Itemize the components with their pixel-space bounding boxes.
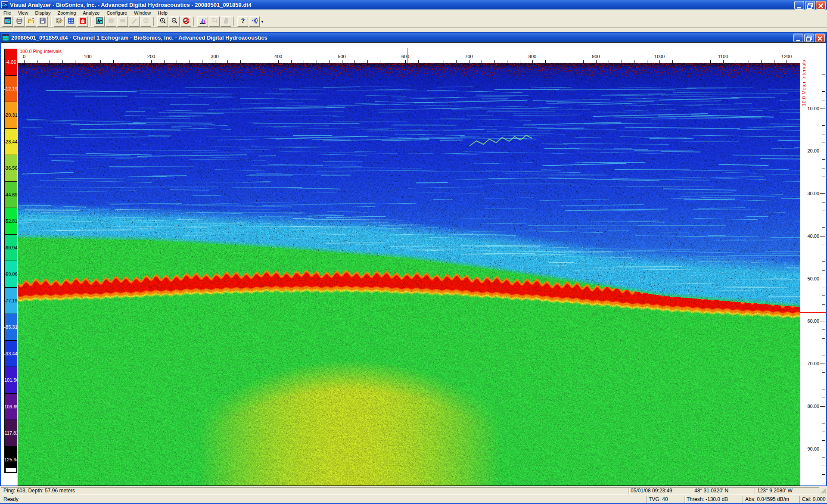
analysis-chart-button[interactable] (197, 16, 208, 27)
echogram-window-title: 20080501_091859.dt4 - Channel 1 Echogram… (11, 34, 267, 41)
svg-text:?: ? (241, 17, 245, 24)
datetime-readout: 05/01/08 09:23:49 (628, 487, 693, 495)
open-file-icon (28, 17, 34, 26)
report-icon (223, 17, 230, 26)
depth-tick (822, 91, 825, 92)
depth-tick (822, 440, 825, 441)
depth-tick (822, 381, 825, 381)
erase-icon (143, 17, 149, 26)
depth-tick (822, 347, 825, 347)
close-button[interactable] (816, 1, 826, 9)
edit-annotate-button[interactable] (54, 16, 65, 27)
minimize-button[interactable] (794, 1, 804, 9)
child-restore-button[interactable] (804, 34, 814, 42)
resize-grip[interactable] (821, 488, 827, 494)
echogram-file-button[interactable] (2, 16, 13, 27)
status-message: Ready (1, 496, 647, 503)
color-scale-bin: -12.19 (4, 75, 17, 103)
save-button[interactable] (37, 16, 48, 27)
restore-button[interactable] (805, 1, 815, 9)
sonar-ping-dropdown[interactable]: ▼ (261, 20, 264, 24)
menu-item-window[interactable]: Window (131, 10, 154, 16)
depth-tick-label: 30.00 (807, 191, 819, 196)
analysis-chart-icon (199, 17, 206, 26)
menu-item-file[interactable]: File (0, 10, 15, 16)
color-scale-bin: -77.19 (4, 287, 17, 314)
help-icon: ? (239, 17, 246, 26)
ping-position-marker[interactable] (407, 48, 407, 63)
color-scale-bin: -85.31 (4, 314, 17, 341)
depth-tick (822, 219, 825, 219)
zoom-reset-button[interactable] (180, 16, 191, 27)
ping-tick-label: 800 (529, 54, 536, 59)
menu-item-zooming[interactable]: Zooming (54, 10, 79, 16)
grid-icon (68, 17, 75, 26)
toolbar-separator (50, 17, 52, 26)
toolbar: ?▼ (0, 16, 827, 28)
export-list-button (209, 16, 220, 27)
depth-tick (822, 100, 825, 100)
color-scale-bin: -93.44 (4, 340, 17, 367)
depth-tick (820, 364, 825, 364)
color-scale-bin: -117.81 (4, 420, 17, 447)
color-scale-bin: -28.44 (4, 128, 17, 156)
calibration-readout: Cal: 0.000 dB (799, 496, 827, 503)
print-icon (16, 17, 23, 26)
menu-item-configure[interactable]: Configure (103, 10, 131, 16)
color-scale-bin: -36.56 (4, 155, 17, 182)
report-button (221, 16, 231, 27)
depth-tick (822, 398, 825, 398)
child-close-button[interactable] (815, 34, 825, 42)
depth-axis-caption: 10.0 Meter Intervals (801, 60, 806, 106)
depth-tick-label: 20.00 (807, 148, 819, 153)
color-scale-bin: -20.31 (4, 102, 17, 129)
depth-position-marker[interactable] (800, 312, 826, 313)
grid-button[interactable] (65, 16, 76, 27)
sonar-ping-button[interactable] (249, 16, 260, 27)
color-scale-bin: -109.69 (4, 393, 17, 420)
zoom-out-button[interactable] (169, 16, 180, 27)
menu-item-help[interactable]: Help (154, 10, 171, 16)
draw-line-icon (131, 17, 138, 26)
longitude-readout: 123° 9.2080' W (755, 487, 819, 495)
child-minimize-button[interactable] (793, 34, 803, 42)
depth-tick-label: 80.00 (807, 404, 819, 409)
color-scale-bin: -69.06 (4, 261, 17, 288)
depth-tick (820, 109, 825, 109)
depth-tick (822, 474, 825, 475)
depth-tick (822, 389, 825, 389)
open-file-button[interactable] (25, 16, 36, 27)
echogram-canvas[interactable] (18, 63, 800, 485)
depth-tick (822, 457, 825, 457)
depth-tick (822, 143, 825, 143)
ping-tick-label: 300 (211, 54, 218, 59)
menu-item-display[interactable]: Display (31, 10, 54, 16)
print-button[interactable] (14, 16, 25, 27)
ping-tick-label: 400 (274, 54, 282, 59)
select-oval-button (117, 16, 128, 27)
ping-tick-label: 1000 (654, 54, 665, 59)
help-button[interactable]: ? (237, 16, 248, 27)
absorption-readout: Abs: 0.04595 dB/m (743, 496, 801, 503)
depth-tick (822, 185, 825, 185)
select-rect-icon (108, 17, 115, 26)
echogram-plot[interactable] (18, 63, 800, 486)
menu-item-analyze[interactable]: Analyze (79, 10, 103, 16)
depth-tick (822, 261, 825, 262)
erase-button (140, 16, 151, 27)
echogram-statusbar: Ping: 603, Depth: 57.96 meters 05/01/08 … (0, 486, 827, 495)
zoom-in-button[interactable] (157, 16, 168, 27)
edit-annotate-icon (56, 17, 63, 26)
waveform-view-button[interactable] (94, 16, 105, 27)
pan-hand-button[interactable] (77, 16, 88, 27)
ping-tick-label: 900 (592, 54, 600, 59)
depth-ruler: 10.0 Meter Intervals 10.0020.0030.0040.0… (800, 43, 826, 485)
zoom-reset-icon (183, 17, 190, 26)
depth-tick (822, 338, 825, 339)
depth-tick (822, 83, 825, 83)
depth-tick-label: 50.00 (807, 276, 819, 281)
menu-item-view[interactable]: View (15, 10, 32, 16)
ping-tick-label: 0 (23, 54, 25, 59)
depth-tick-label: 10.00 (807, 106, 819, 111)
color-scale-slider[interactable] (6, 468, 16, 472)
